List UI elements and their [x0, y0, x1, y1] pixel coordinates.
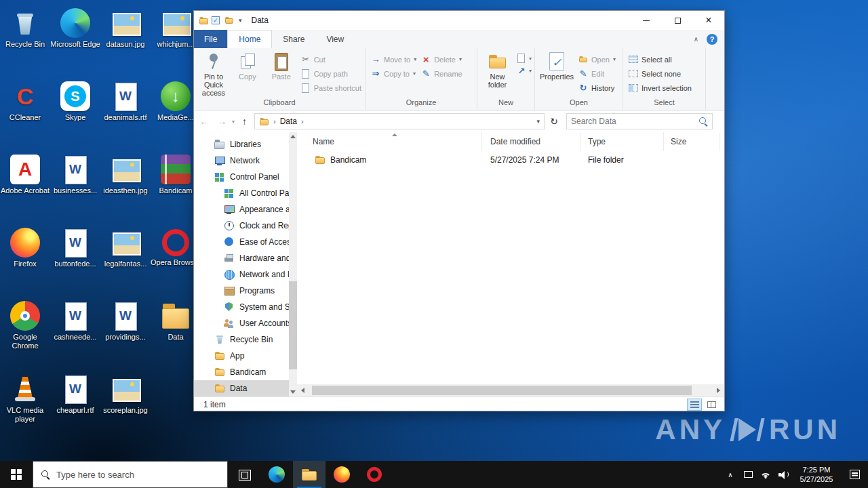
scroll-up-icon[interactable] [290, 135, 296, 138]
nav-item-system-and-security[interactable]: System and Security [194, 299, 289, 315]
address-dropdown-icon[interactable]: ▾ [536, 118, 540, 125]
qat-new-folder-button[interactable] [222, 14, 236, 27]
tab-file[interactable]: File [194, 30, 227, 48]
desktop-icon-vlc-media-player[interactable]: VLC media player [0, 374, 50, 424]
copy-path-button[interactable]: Copy path [298, 66, 363, 81]
minimize-button[interactable] [631, 11, 662, 30]
desktop-icon-microsoft-edge[interactable]: Microsoft Edge [50, 8, 100, 49]
copy-to-button[interactable]: ⇒ Copy to ▾ [368, 66, 418, 81]
desktop-icon-cheapurl-rtf[interactable]: cheapurl.rtf [50, 374, 100, 415]
taskbar-edge-button[interactable] [260, 461, 293, 488]
nav-item-network[interactable]: Network [194, 152, 289, 169]
nav-item-control-panel[interactable]: Control Panel [194, 169, 289, 185]
paste-shortcut-button[interactable]: Paste shortcut [298, 81, 363, 95]
rename-button[interactable]: ✎ Rename [418, 66, 465, 81]
forward-button[interactable]: → [214, 116, 230, 127]
desktop-icon-google-chrome[interactable]: Google Chrome [0, 301, 50, 350]
delete-button[interactable]: × Delete ▾ [418, 52, 465, 66]
nav-item-all-control-panel-items[interactable]: All Control Panel Items [194, 185, 289, 201]
nav-item-programs[interactable]: Programs [194, 283, 289, 299]
taskbar-search[interactable] [33, 461, 228, 488]
tab-home[interactable]: Home [227, 30, 272, 48]
action-center-button[interactable] [841, 461, 868, 488]
taskbar-search-input[interactable] [56, 470, 220, 480]
nav-item-hardware-and-sound[interactable]: Hardware and Sound [194, 250, 289, 266]
desktop-icon-scoreplan-jpg[interactable]: scoreplan.jpg [100, 374, 151, 415]
file-row-bandicam[interactable]: Bandicam5/27/2025 7:24 PMFile folder [297, 151, 724, 169]
taskbar-firefox-button[interactable] [326, 461, 358, 488]
edit-button[interactable]: ✎ Edit [576, 66, 618, 81]
paste-button[interactable]: Paste [264, 50, 298, 98]
column-header-size[interactable]: Size [664, 132, 719, 151]
hidden-icons-button[interactable]: ∧ [722, 461, 739, 488]
desktop-icon-businesses[interactable]: businesses... [50, 155, 100, 195]
scroll-left-icon[interactable] [301, 388, 304, 393]
taskbar-clock[interactable]: 7:25 PM 5/27/2025 [792, 465, 841, 484]
titlebar[interactable]: ▾ Data × [194, 11, 724, 30]
taskbar-explorer-button[interactable] [293, 461, 326, 488]
qat-properties-button[interactable] [209, 14, 222, 27]
desktop-icon-datasun-jpg[interactable]: datasun.jpg [100, 8, 151, 49]
desktop-icon-skype[interactable]: Skype [50, 81, 100, 122]
nav-item-network-and-internet[interactable]: Network and Internet [194, 266, 289, 283]
easy-access-button[interactable]: ↗ ▾ [515, 64, 533, 77]
new-item-button[interactable]: ▾ [515, 52, 533, 64]
explorer-search-input[interactable] [571, 117, 698, 126]
nav-scrollbar-thumb[interactable] [289, 281, 297, 369]
search-icon[interactable] [698, 117, 708, 126]
desktop-icon-buttonfede[interactable]: buttonfede... [50, 228, 100, 268]
horizontal-scrollbar[interactable] [297, 384, 724, 396]
network-button[interactable] [757, 461, 774, 488]
open-button[interactable]: Open ▾ [576, 52, 618, 66]
tab-view[interactable]: View [315, 30, 355, 48]
desktop-icon-providings[interactable]: providings... [100, 301, 151, 342]
nav-item-data[interactable]: Data [194, 380, 289, 396]
select-all-button[interactable]: Select all [626, 52, 694, 66]
properties-button[interactable]: ✓ Properties [538, 50, 576, 98]
nav-item-bandicam[interactable]: Bandicam [194, 364, 289, 380]
tray-monitor-button[interactable] [739, 461, 757, 488]
invert-selection-button[interactable]: Invert selection [626, 81, 694, 95]
nav-item-recycle-bin[interactable]: Recycle Bin [194, 331, 289, 348]
nav-item-user-accounts[interactable]: User Accounts [194, 315, 289, 331]
task-view-button[interactable] [228, 461, 260, 488]
history-button[interactable]: ↻ History [576, 81, 618, 95]
details-view-button[interactable] [687, 399, 702, 411]
nav-item-app[interactable]: App [194, 348, 289, 364]
scroll-down-icon[interactable] [290, 390, 296, 394]
desktop-icon-ideasthen-jpg[interactable]: ideasthen.jpg [100, 155, 151, 195]
move-to-button[interactable]: → Move to ▾ [368, 52, 418, 66]
explorer-search[interactable] [566, 113, 713, 129]
desktop-icon-firefox[interactable]: Firefox [0, 228, 50, 268]
back-button[interactable]: ← [197, 116, 212, 127]
desktop-icon-cashneede[interactable]: cashneede... [50, 301, 100, 342]
cut-button[interactable]: ✂ Cut [298, 52, 363, 66]
desktop-icon-recycle-bin[interactable]: Recycle Bin [0, 8, 50, 49]
pin-to-quick-access-button[interactable]: Pin to Quick access [197, 50, 231, 98]
recent-locations-dropdown[interactable]: ▾ [232, 119, 235, 125]
close-button[interactable]: × [693, 11, 724, 30]
taskbar-opera-button[interactable] [358, 461, 391, 488]
nav-item-ease-of-access[interactable]: Ease of Access [194, 234, 289, 250]
column-header-type[interactable]: Type [580, 132, 664, 151]
ribbon-collapse-button[interactable]: ∧ [694, 35, 698, 43]
desktop-icon-legalfantas[interactable]: legalfantas... [100, 228, 151, 268]
maximize-button[interactable] [662, 11, 693, 30]
select-none-button[interactable]: Select none [626, 66, 694, 81]
thumbnails-view-button[interactable] [704, 399, 719, 411]
column-header-name[interactable]: Name [297, 132, 482, 151]
nav-item-libraries[interactable]: Libraries [194, 136, 289, 152]
column-header-date-modified[interactable]: Date modified [482, 132, 580, 151]
copy-button[interactable]: Copy [231, 50, 264, 98]
desktop-icon-adobe-acrobat[interactable]: Adobe Acrobat [0, 155, 50, 195]
tab-share[interactable]: Share [272, 30, 315, 48]
breadcrumb-chevron-icon[interactable]: › [301, 117, 304, 125]
qat-customize-dropdown[interactable]: ▾ [239, 17, 242, 24]
desktop-icon-ccleaner[interactable]: CCleaner [0, 81, 50, 122]
start-button[interactable] [0, 461, 33, 488]
up-button[interactable]: ↑ [237, 116, 252, 127]
help-button[interactable]: ? [707, 34, 717, 45]
volume-button[interactable] [774, 461, 792, 488]
nav-scrollbar[interactable] [289, 132, 297, 396]
nav-item-clock-and-region[interactable]: Clock and Region [194, 218, 289, 234]
